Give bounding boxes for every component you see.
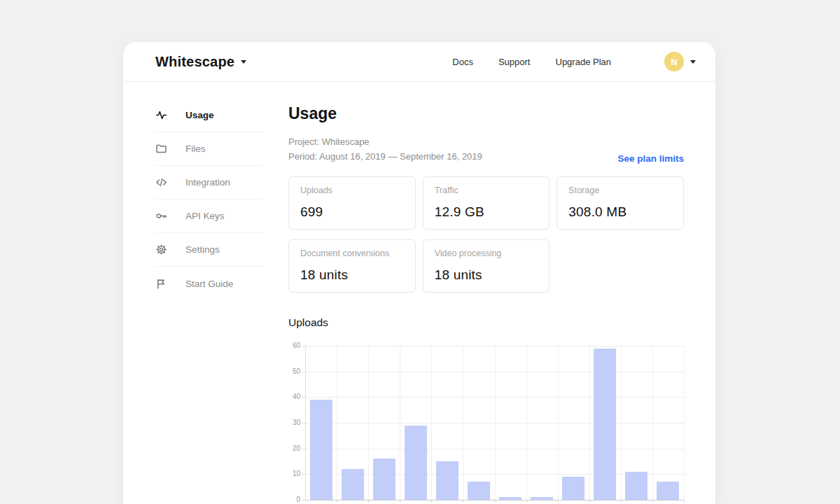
workspace-switcher[interactable]: Whitescape <box>155 54 246 70</box>
stat-cards: Uploads 699 Traffic 12.9 GB Storage 308.… <box>288 176 684 293</box>
chart-bar <box>657 482 679 500</box>
stat-card-uploads: Uploads 699 <box>288 176 416 230</box>
y-tick-label: 10 <box>284 470 300 477</box>
x-tick <box>368 500 369 503</box>
stat-value: 18 units <box>435 267 538 283</box>
gridline-x <box>621 346 622 500</box>
meta-row: Project: Whitescape Period: August 16, 2… <box>288 134 684 164</box>
x-tick <box>400 500 400 503</box>
nav-link-support[interactable]: Support <box>498 57 531 67</box>
see-plan-limits-link[interactable]: See plan limits <box>617 153 684 164</box>
period-label: Period: August 16, 2019 — September 16, … <box>288 149 482 164</box>
y-tick-label: 30 <box>284 419 300 426</box>
meta-lines: Project: Whitescape Period: August 16, 2… <box>288 134 482 164</box>
gridline-x <box>463 346 463 500</box>
x-tick <box>463 500 463 503</box>
nav-link-upgrade-plan[interactable]: Upgrade Plan <box>556 57 612 67</box>
project-label: Project: Whitescape <box>288 134 482 149</box>
stat-card-document-conversions: Document conversions 18 units <box>288 239 416 293</box>
sidebar-item-label: Integration <box>186 177 230 188</box>
x-tick <box>495 500 496 503</box>
account-menu[interactable]: N <box>664 52 696 71</box>
chart-bar <box>310 400 332 500</box>
stat-card-storage: Storage 308.0 MB <box>556 176 684 230</box>
chart-bar <box>436 461 458 500</box>
x-tick <box>431 500 432 503</box>
sidebar-item-integration[interactable]: Integration <box>155 166 263 200</box>
app-card: Whitescape Docs Support Upgrade Plan N U… <box>123 42 715 504</box>
stat-label: Document conversions <box>300 248 404 258</box>
chart-plot-area: 010203040506016 Sep 201816 Oct 201816 No… <box>305 346 684 500</box>
stat-value: 308.0 MB <box>568 204 672 220</box>
stat-label: Video processing <box>435 248 538 258</box>
stat-label: Storage <box>568 186 672 195</box>
y-tick-label: 20 <box>284 445 300 452</box>
key-icon <box>155 210 167 222</box>
sidebar-item-usage[interactable]: Usage <box>155 99 263 132</box>
code-icon <box>155 176 167 188</box>
logo-text: Whitescape <box>155 54 234 70</box>
y-tick-label: 0 <box>284 496 300 503</box>
gridline-x <box>431 346 432 500</box>
sidebar: Usage Files Integration API Keys <box>123 82 263 504</box>
chart-bar <box>342 469 364 500</box>
chevron-down-icon <box>241 60 246 64</box>
gear-icon <box>155 244 167 255</box>
header-nav: Docs Support Upgrade Plan N <box>452 52 696 71</box>
x-tick <box>526 500 527 503</box>
folder-icon <box>155 143 167 155</box>
stat-value: 699 <box>300 204 404 220</box>
chart-bar <box>405 426 427 500</box>
page-background: { "header": { "logo": "Whitescape", "nav… <box>0 0 840 504</box>
sidebar-item-label: Start Guide <box>186 279 233 289</box>
sidebar-item-label: API Keys <box>186 211 225 221</box>
stat-value: 18 units <box>300 267 404 283</box>
chart-bar <box>499 497 522 500</box>
sidebar-item-label: Usage <box>186 110 214 120</box>
chevron-down-icon <box>690 60 696 64</box>
x-tick <box>558 500 559 503</box>
x-tick <box>589 500 590 503</box>
uploads-chart: 010203040506016 Sep 201816 Oct 201816 No… <box>288 336 684 504</box>
sidebar-item-api-keys[interactable]: API Keys <box>155 200 263 233</box>
stat-card-traffic: Traffic 12.9 GB <box>423 176 550 230</box>
nav-link-docs[interactable]: Docs <box>452 57 473 67</box>
gridline-x <box>526 346 527 500</box>
chart-bar <box>531 497 553 500</box>
x-tick <box>621 500 622 503</box>
chart-bar <box>562 477 584 500</box>
sidebar-item-label: Files <box>186 144 206 154</box>
gridline-x <box>400 346 400 500</box>
chart-title: Uploads <box>288 316 684 329</box>
activity-icon <box>155 109 167 121</box>
stat-label: Uploads <box>300 186 404 195</box>
x-tick <box>337 500 337 503</box>
y-tick-label: 60 <box>284 342 300 349</box>
main-content: Usage Project: Whitescape Period: August… <box>288 82 684 504</box>
gridline-x <box>558 346 559 500</box>
chart-bar <box>373 458 396 500</box>
avatar[interactable]: N <box>664 52 684 71</box>
gridline-x <box>652 346 653 500</box>
chart-bar <box>468 482 490 500</box>
content-row: Usage Files Integration API Keys <box>123 82 715 504</box>
y-tick-label: 50 <box>284 368 300 375</box>
chart-bar <box>625 472 648 500</box>
y-tick-label: 40 <box>284 393 300 400</box>
gridline-x <box>495 346 496 500</box>
stat-card-video-processing: Video processing 18 units <box>423 239 550 293</box>
gridline-x <box>589 346 590 500</box>
sidebar-item-start-guide[interactable]: Start Guide <box>155 267 263 300</box>
gridline-x <box>337 346 337 500</box>
sidebar-item-settings[interactable]: Settings <box>155 233 263 267</box>
chart-bar <box>594 349 616 500</box>
flag-icon <box>155 278 167 290</box>
stat-label: Traffic <box>435 186 538 195</box>
gridline-x <box>368 346 369 500</box>
sidebar-item-files[interactable]: Files <box>155 132 263 166</box>
sidebar-item-label: Settings <box>186 244 220 255</box>
header: Whitescape Docs Support Upgrade Plan N <box>123 42 715 82</box>
stat-value: 12.9 GB <box>435 204 538 220</box>
y-axis-line <box>305 346 306 500</box>
x-tick <box>652 500 653 503</box>
